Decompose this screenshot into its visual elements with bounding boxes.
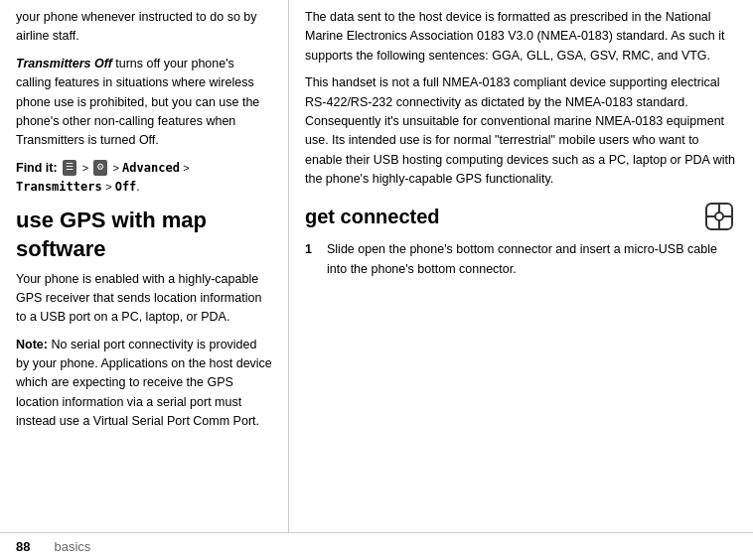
chevron-4: > xyxy=(105,181,114,193)
chevron-1: > xyxy=(82,162,91,174)
off-label: Off xyxy=(115,180,137,194)
note-para: Note: No serial port connectivity is pro… xyxy=(16,336,272,432)
svg-point-1 xyxy=(715,212,723,220)
para-gps-receiver: Your phone is enabled with a highly-capa… xyxy=(16,270,272,328)
section-label: basics xyxy=(54,539,90,554)
step-1-text: Slide open the phone's bottom connector … xyxy=(327,240,737,279)
chevron-3: > xyxy=(183,162,189,174)
right-column: The data sent to the host device is form… xyxy=(288,0,753,532)
para-airline: your phone whenever instructed to do so … xyxy=(16,8,272,47)
advanced-label: Advanced xyxy=(122,161,180,175)
find-it-label: Find it: xyxy=(16,161,58,175)
find-it-line: Find it: ☰ > ⚙ > Advanced > Transmitters… xyxy=(16,159,272,198)
settings-icon: ⚙ xyxy=(93,160,107,176)
step-1-number: 1 xyxy=(305,240,319,279)
transmitters-off-label: Transmitters Off xyxy=(16,57,112,70)
get-connected-header: get connected xyxy=(305,199,737,234)
usb-icon xyxy=(701,199,737,234)
gps-heading: use GPS with map software xyxy=(16,207,272,263)
page-number: 88 xyxy=(16,539,30,554)
get-connected-heading: get connected xyxy=(305,202,701,231)
step-1: 1 Slide open the phone's bottom connecto… xyxy=(305,240,737,279)
para-transmitters-off: Transmitters Off turns off your phone's … xyxy=(16,55,272,151)
note-label: Note: xyxy=(16,338,48,351)
chevron-2: > xyxy=(113,162,122,174)
footer-bar: 88 basics xyxy=(0,532,753,560)
left-column: your phone whenever instructed to do so … xyxy=(0,0,288,532)
para-handset-nmea: This handset is not a full NMEA-0183 com… xyxy=(305,73,737,189)
transmitters-label: Transmitters xyxy=(16,180,102,194)
para-data-host: The data sent to the host device is form… xyxy=(305,8,737,66)
menu-icon: ☰ xyxy=(63,160,76,176)
content-area: your phone whenever instructed to do so … xyxy=(0,0,753,532)
page-container: your phone whenever instructed to do so … xyxy=(0,0,753,560)
